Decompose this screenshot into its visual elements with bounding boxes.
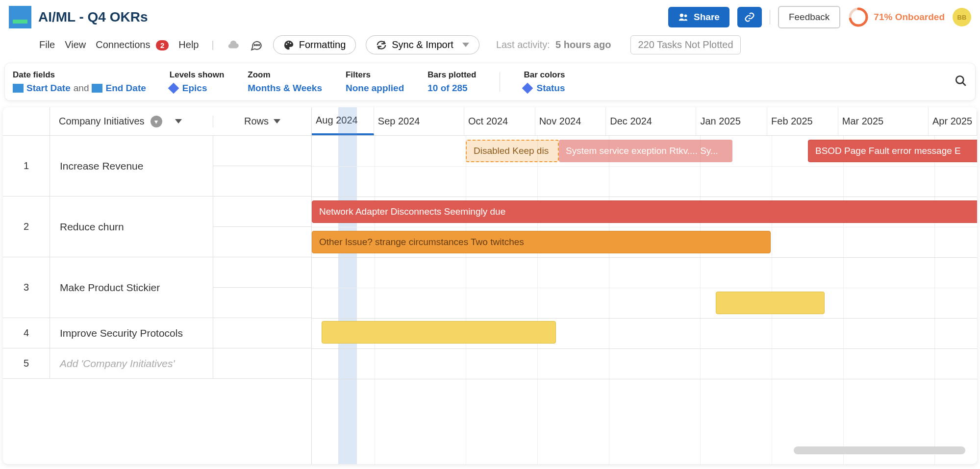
search-button[interactable] — [955, 74, 967, 89]
table-row[interactable]: 3 Make Product Stickier — [3, 257, 311, 318]
svg-point-8 — [287, 42, 289, 43]
month-header[interactable]: Feb 2025 — [767, 107, 838, 135]
diamond-icon — [168, 83, 179, 94]
chevron-down-icon — [462, 43, 469, 47]
menu-help[interactable]: Help — [178, 39, 199, 50]
gantt-bar[interactable]: Disabled Keep dis — [466, 140, 559, 162]
menu-file[interactable]: File — [39, 39, 55, 50]
horizontal-scrollbar[interactable] — [794, 446, 965, 454]
left-pane: Company Initiatives ▾ Rows 1 Increase Re… — [3, 107, 312, 464]
gantt-bar[interactable]: BSOD Page Fault error message E — [808, 140, 977, 162]
divider — [500, 72, 500, 92]
app-root: AI/ML - Q4 OKRs Share Feedback 71% Onboa… — [0, 0, 980, 469]
cfg-filters[interactable]: Filters None applied — [346, 70, 404, 94]
menu-view[interactable]: View — [65, 39, 86, 50]
month-header[interactable]: Oct 2024 — [464, 107, 535, 135]
month-header[interactable]: Sep 2024 — [374, 107, 464, 135]
comments-icon[interactable] — [250, 39, 263, 51]
svg-point-0 — [680, 14, 683, 17]
month-header[interactable]: Aug 2024 — [312, 107, 374, 135]
progress-ring-icon — [848, 7, 869, 27]
timeline-header: Aug 2024 Sep 2024 Oct 2024 Nov 2024 Dec … — [312, 107, 977, 136]
feedback-button[interactable]: Feedback — [778, 6, 840, 28]
month-header[interactable]: Jan 2025 — [696, 107, 767, 135]
svg-point-7 — [286, 43, 287, 45]
field-icon — [92, 84, 102, 93]
header: AI/ML - Q4 OKRs Share Feedback 71% Onboa… — [0, 0, 980, 28]
add-row-placeholder: Add 'Company Initiatives' — [50, 348, 213, 378]
month-header[interactable]: Apr 2025 — [929, 107, 977, 135]
svg-point-4 — [254, 44, 255, 45]
cloud-sync-icon[interactable] — [227, 40, 240, 50]
table-row[interactable]: 4 Improve Security Protocols — [3, 318, 311, 348]
menubar: File View Connections 2 Help | Formattin… — [0, 28, 980, 61]
header-actions: Share Feedback 71% Onboarded BB — [668, 6, 971, 28]
cfg-date-fields[interactable]: Date fields Start Date and End Date — [13, 70, 146, 94]
document-title[interactable]: AI/ML - Q4 OKRs — [38, 9, 148, 25]
tasks-not-plotted-badge[interactable]: 220 Tasks Not Plotted — [630, 35, 740, 54]
cfg-bar-colors[interactable]: Bar colors Status — [524, 70, 565, 94]
table-row[interactable]: 1 Increase Revenue — [3, 136, 311, 197]
divider — [770, 10, 770, 25]
svg-point-9 — [290, 42, 291, 44]
app-logo-icon — [9, 6, 31, 28]
refresh-icon — [376, 40, 387, 50]
table-row-add[interactable]: 5 Add 'Company Initiatives' — [3, 348, 311, 379]
search-icon — [955, 74, 967, 87]
row-label: Improve Security Protocols — [50, 318, 213, 348]
field-icon — [13, 84, 24, 93]
copy-link-button[interactable] — [737, 7, 762, 27]
avatar[interactable]: BB — [953, 8, 971, 26]
month-header[interactable]: Nov 2024 — [535, 107, 606, 135]
table-row[interactable]: 2 Reduce churn — [3, 197, 311, 257]
config-bar: Date fields Start Date and End Date Leve… — [5, 63, 975, 100]
menu-connections[interactable]: Connections 2 — [96, 39, 169, 50]
svg-point-5 — [256, 44, 257, 45]
month-header[interactable]: Mar 2025 — [838, 107, 929, 135]
dropdown-icon — [274, 119, 280, 123]
month-header[interactable]: Dec 2024 — [606, 107, 696, 135]
last-activity: Last activity: 5 hours ago — [496, 39, 611, 50]
palette-icon — [283, 40, 294, 50]
gantt-container: Company Initiatives ▾ Rows 1 Increase Re… — [3, 107, 977, 464]
onboarding-progress[interactable]: 71% Onboarded — [848, 7, 945, 27]
gantt-bar[interactable]: Network Adapter Disconnects Seemingly du… — [312, 200, 977, 223]
cfg-bars-plotted[interactable]: Bars plotted 10 of 285 — [427, 70, 476, 94]
gantt-bar[interactable] — [322, 321, 556, 344]
dropdown-icon — [175, 119, 182, 123]
svg-point-10 — [956, 76, 963, 83]
cfg-zoom[interactable]: Zoom Months & Weeks — [248, 70, 322, 94]
separator: | — [211, 39, 214, 50]
gantt-bar[interactable]: System service exeption Rtkv.... Sy... — [559, 140, 732, 162]
left-header: Company Initiatives ▾ Rows — [3, 107, 311, 136]
initiatives-column-header[interactable]: Company Initiatives ▾ — [50, 116, 213, 127]
gantt-bar[interactable] — [716, 292, 825, 314]
svg-point-1 — [684, 15, 687, 18]
people-icon — [678, 12, 689, 23]
today-marker — [338, 107, 357, 464]
sync-import-button[interactable]: Sync & Import — [366, 35, 479, 54]
svg-point-6 — [258, 44, 259, 45]
timeline[interactable]: Aug 2024 Sep 2024 Oct 2024 Nov 2024 Dec … — [312, 107, 977, 464]
chevron-down-icon: ▾ — [151, 116, 162, 127]
cfg-levels[interactable]: Levels shown Epics — [170, 70, 224, 94]
diamond-icon — [522, 83, 533, 94]
row-label: Reduce churn — [50, 197, 213, 257]
rows-column-header[interactable]: Rows — [213, 116, 311, 127]
row-number-header — [3, 107, 50, 135]
row-label: Increase Revenue — [50, 136, 213, 196]
share-button[interactable]: Share — [668, 7, 729, 27]
link-icon — [744, 12, 755, 23]
row-label: Make Product Stickier — [50, 257, 213, 318]
formatting-button[interactable]: Formatting — [273, 35, 356, 54]
connections-badge: 2 — [156, 40, 169, 50]
timeline-body: Disabled Keep dis System service exeptio… — [312, 136, 977, 464]
gantt-bar[interactable]: Other Issue? strange circumstances Two t… — [312, 231, 771, 253]
